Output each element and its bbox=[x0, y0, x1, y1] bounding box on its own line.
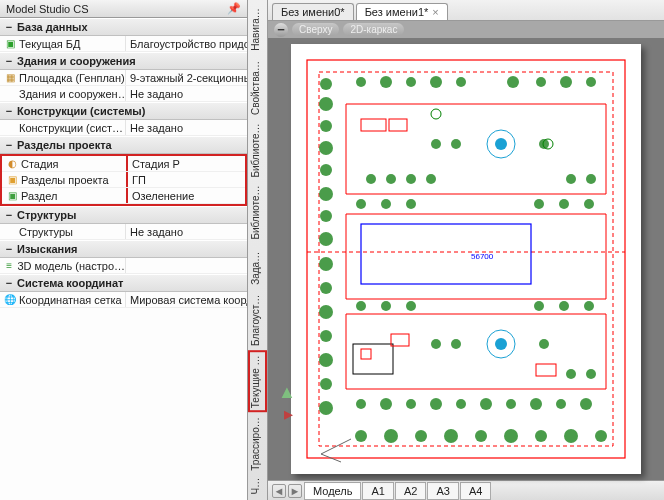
collapse-icon: − bbox=[4, 105, 14, 117]
svg-point-73 bbox=[566, 174, 576, 184]
collapse-icon: − bbox=[4, 139, 14, 151]
svg-point-23 bbox=[319, 353, 333, 367]
properties-panel: Model Studio CS 📌 −База данных ▣Текущая … bbox=[0, 0, 248, 500]
section-constructions[interactable]: −Конструкции (системы) bbox=[0, 102, 247, 120]
side-tab-tasks[interactable]: Задания bbox=[248, 244, 267, 289]
collapse-icon: − bbox=[4, 209, 14, 221]
svg-point-77 bbox=[539, 339, 549, 349]
doc-tab-1[interactable]: Без имени1* × bbox=[356, 3, 448, 20]
svg-point-42 bbox=[381, 301, 391, 311]
svg-point-55 bbox=[556, 399, 566, 409]
svg-rect-4 bbox=[353, 344, 393, 374]
svg-point-71 bbox=[406, 174, 416, 184]
row-3dmodel[interactable]: ≡3D модель (настро… bbox=[0, 258, 247, 274]
drawing-canvas[interactable]: 56700 bbox=[268, 38, 664, 480]
collapse-icon: − bbox=[4, 55, 14, 67]
side-tab-library-1[interactable]: Библиотек… bbox=[248, 119, 267, 182]
row-constructions[interactable]: Конструкции (сист… Не задано bbox=[0, 120, 247, 136]
layout-tab-a3[interactable]: А3 bbox=[427, 482, 458, 500]
layout-tab-model[interactable]: Модель bbox=[304, 482, 361, 500]
globe-icon: 🌐 bbox=[4, 294, 16, 306]
side-tab-properties[interactable]: Свойства э… bbox=[248, 55, 267, 119]
svg-point-54 bbox=[530, 398, 542, 410]
svg-point-29 bbox=[430, 76, 442, 88]
svg-point-39 bbox=[559, 199, 569, 209]
svg-point-44 bbox=[534, 301, 544, 311]
svg-point-36 bbox=[381, 199, 391, 209]
svg-point-13 bbox=[320, 120, 332, 132]
tabs-prev-button[interactable]: ◄ bbox=[272, 484, 286, 498]
panel-empty-area bbox=[0, 308, 247, 500]
svg-point-35 bbox=[356, 199, 366, 209]
side-tab-routing[interactable]: Трассиров… bbox=[248, 412, 267, 475]
tabs-next-button[interactable]: ► bbox=[288, 484, 302, 498]
svg-point-66 bbox=[431, 139, 441, 149]
section-buildings[interactable]: −Здания и сооружения bbox=[0, 52, 247, 70]
svg-rect-0 bbox=[307, 60, 625, 458]
row-subsection[interactable]: ▣Раздел Озеленение bbox=[2, 188, 245, 204]
svg-point-52 bbox=[480, 398, 492, 410]
svg-point-21 bbox=[319, 305, 333, 319]
panel-title: Model Studio CS bbox=[6, 3, 89, 15]
svg-point-49 bbox=[406, 399, 416, 409]
panel-pin-icon[interactable]: 📌 bbox=[227, 2, 241, 15]
view-wireframe[interactable]: 2D-каркас bbox=[343, 23, 404, 36]
section-project-sections[interactable]: −Разделы проекта bbox=[0, 136, 247, 154]
layout-tab-a2[interactable]: А2 bbox=[395, 482, 426, 500]
svg-point-28 bbox=[406, 77, 416, 87]
collapse-icon: − bbox=[4, 21, 14, 33]
collapse-icon: − bbox=[4, 243, 14, 255]
side-tab-chat[interactable]: Чат bbox=[248, 475, 267, 498]
svg-point-62 bbox=[504, 429, 518, 443]
svg-point-75 bbox=[431, 339, 441, 349]
svg-point-51 bbox=[456, 399, 466, 409]
svg-point-61 bbox=[475, 430, 487, 442]
drawing-label: 56700 bbox=[471, 252, 494, 261]
svg-rect-82 bbox=[389, 119, 407, 131]
layout-tab-a1[interactable]: А1 bbox=[362, 482, 393, 500]
row-current-db[interactable]: ▣Текущая БД Благоустройство придомовой т… bbox=[0, 36, 247, 52]
svg-point-69 bbox=[366, 174, 376, 184]
side-tab-library-2[interactable]: Библиотек… bbox=[248, 181, 267, 244]
svg-point-65 bbox=[595, 430, 607, 442]
side-tab-strip: Навигатор Свойства э… Библиотек… Библиот… bbox=[248, 0, 268, 500]
section-coords[interactable]: −Система координат bbox=[0, 274, 247, 292]
view-strip: − Сверху 2D-каркас bbox=[268, 21, 664, 39]
doc-tab-0[interactable]: Без имени0* bbox=[272, 3, 354, 20]
svg-point-12 bbox=[319, 97, 333, 111]
svg-point-67 bbox=[451, 139, 461, 149]
row-buildings[interactable]: Здания и сооружен… Не задано bbox=[0, 86, 247, 102]
svg-point-41 bbox=[356, 301, 366, 311]
layout-tab-a4[interactable]: А4 bbox=[460, 482, 491, 500]
row-structures[interactable]: Структуры Не задано bbox=[0, 224, 247, 240]
svg-point-72 bbox=[426, 174, 436, 184]
section-surveys[interactable]: −Изыскания bbox=[0, 240, 247, 258]
row-project-section[interactable]: ▣Разделы проекта ГП bbox=[2, 172, 245, 188]
view-menu-button[interactable]: − bbox=[274, 23, 288, 37]
row-stage[interactable]: ◐Стадия Стадия Р bbox=[2, 156, 245, 172]
svg-point-50 bbox=[430, 398, 442, 410]
close-icon[interactable]: × bbox=[432, 6, 438, 18]
svg-point-16 bbox=[319, 187, 333, 201]
svg-point-33 bbox=[560, 76, 572, 88]
svg-point-63 bbox=[535, 430, 547, 442]
section-structures[interactable]: −Структуры bbox=[0, 206, 247, 224]
subfolder-icon: ▣ bbox=[6, 190, 18, 202]
svg-point-31 bbox=[507, 76, 519, 88]
row-coord-grid[interactable]: 🌐Координатная сетка Мировая система коор… bbox=[0, 292, 247, 308]
svg-rect-1 bbox=[319, 72, 613, 446]
drawing-sheet: 56700 bbox=[291, 44, 641, 474]
svg-point-25 bbox=[319, 401, 333, 415]
row-site[interactable]: ▦Площадка (Генплан) 9-этажный 2-секционн… bbox=[0, 70, 247, 86]
svg-point-74 bbox=[586, 174, 596, 184]
svg-point-48 bbox=[380, 398, 392, 410]
side-tab-landscaping[interactable]: Благоустр… bbox=[248, 289, 267, 350]
svg-point-20 bbox=[320, 282, 332, 294]
svg-point-56 bbox=[580, 398, 592, 410]
view-top[interactable]: Сверху bbox=[292, 23, 339, 36]
svg-point-10 bbox=[495, 338, 507, 350]
section-db[interactable]: −База данных bbox=[0, 18, 247, 36]
side-tab-current[interactable]: Текущие п… bbox=[248, 350, 267, 412]
side-tab-navigator[interactable]: Навигатор bbox=[248, 2, 267, 55]
document-tabs: Без имени0* Без имени1* × bbox=[268, 0, 664, 21]
